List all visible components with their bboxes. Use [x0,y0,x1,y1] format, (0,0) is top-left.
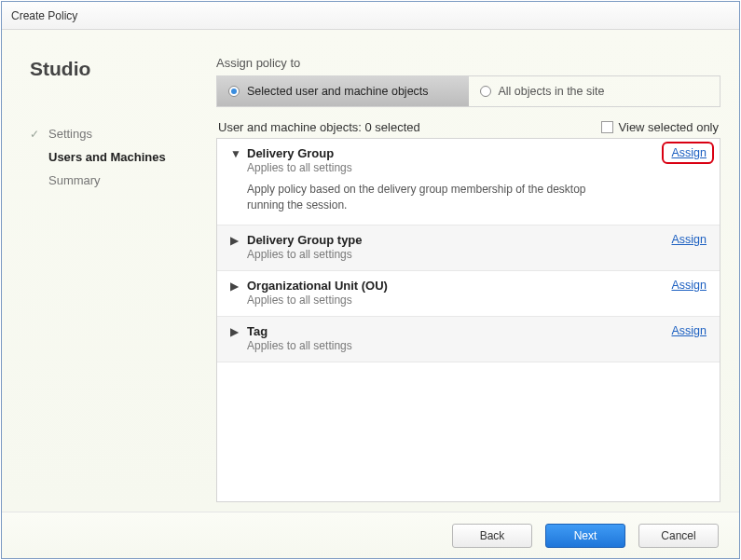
item-header: ▶ Delivery Group type Applies to all set… [230,233,708,261]
item-header: ▶ Tag Applies to all settings [230,324,708,352]
assign-link[interactable]: Assign [671,279,707,292]
next-button[interactable]: Next [545,524,625,548]
objects-list: ▼ Delivery Group Applies to all settings… [216,138,720,502]
nav-label: Users and Machines [48,150,166,164]
nav-item-summary[interactable]: Summary [30,173,188,187]
chevron-right-icon: ▶ [230,325,241,338]
sidebar: Studio ✓ Settings Users and Machines Sum… [2,30,188,512]
main-panel: Assign policy to Selected user and machi… [188,30,739,512]
item-subtitle: Applies to all settings [247,248,363,261]
radio-icon [480,86,491,97]
item-subtitle: Applies to all settings [247,339,352,352]
checkbox-label: View selected only [619,120,719,134]
item-subtitle: Applies to all settings [247,161,352,174]
item-titles: Organizational Unit (OU) Applies to all … [247,279,388,307]
item-titles: Delivery Group type Applies to all setti… [247,233,363,261]
checkbox-icon [601,121,613,133]
item-title: Tag [247,324,352,338]
assign-policy-label: Assign policy to [216,56,720,70]
dialog-footer: Back Next Cancel [2,512,739,558]
window-title: Create Policy [11,9,77,22]
item-title: Delivery Group [247,146,352,160]
chevron-down-icon: ▼ [230,147,241,160]
chevron-right-icon: ▶ [230,234,241,247]
list-item-organizational-unit[interactable]: ▶ Organizational Unit (OU) Applies to al… [217,271,720,317]
list-item-tag[interactable]: ▶ Tag Applies to all settings Assign [217,317,720,362]
nav-item-users-and-machines[interactable]: Users and Machines [30,150,188,164]
nav-item-settings[interactable]: ✓ Settings [30,127,188,141]
radio-all-objects[interactable]: All objects in the site [469,76,720,106]
radio-label: All objects in the site [499,85,605,98]
item-title: Organizational Unit (OU) [247,279,388,293]
nav-label: Settings [48,127,92,141]
check-icon: ✓ [30,128,43,141]
list-header-row: User and machine objects: 0 selected Vie… [216,120,720,134]
dialog-window: Create Policy Studio ✓ Settings Users an… [1,1,740,559]
radio-icon [228,86,240,97]
item-description: Apply policy based on the delivery group… [247,182,601,213]
back-button[interactable]: Back [452,524,532,548]
content-area: Studio ✓ Settings Users and Machines Sum… [2,30,739,512]
assign-radio-group: Selected user and machine objects All ob… [216,75,720,107]
item-subtitle: Applies to all settings [247,294,388,307]
nav-label: Summary [48,173,101,187]
assign-link[interactable]: Assign [671,233,707,246]
cancel-button[interactable]: Cancel [638,524,719,548]
app-name: Studio [30,58,188,80]
chevron-right-icon: ▶ [230,280,241,293]
assign-link[interactable]: Assign [671,146,707,159]
item-title: Delivery Group type [247,233,363,247]
view-selected-only-checkbox[interactable]: View selected only [601,120,719,134]
item-header: ▼ Delivery Group Applies to all settings [230,146,708,174]
item-titles: Tag Applies to all settings [247,324,352,352]
radio-selected-objects[interactable]: Selected user and machine objects [217,76,469,106]
item-titles: Delivery Group Applies to all settings [247,146,352,174]
item-header: ▶ Organizational Unit (OU) Applies to al… [230,279,708,307]
list-item-delivery-group-type[interactable]: ▶ Delivery Group type Applies to all set… [217,225,720,271]
list-item-delivery-group[interactable]: ▼ Delivery Group Applies to all settings… [217,139,720,225]
list-header-text: User and machine objects: 0 selected [218,120,420,134]
assign-link[interactable]: Assign [671,324,707,337]
titlebar: Create Policy [2,2,739,30]
radio-label: Selected user and machine objects [247,85,429,98]
